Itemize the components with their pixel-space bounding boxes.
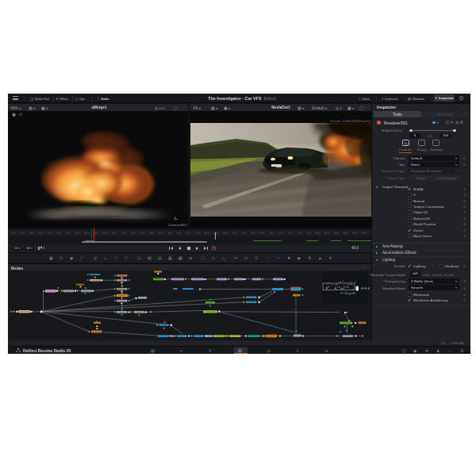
svg-text:Merge3D1: Merge3D1 <box>345 292 356 295</box>
